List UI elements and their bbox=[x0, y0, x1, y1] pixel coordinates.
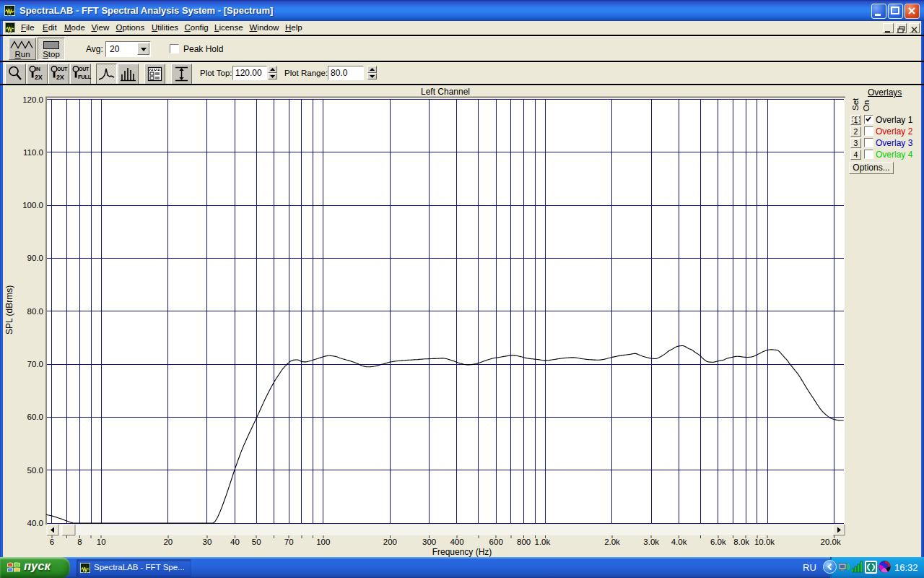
svg-text:6.0k: 6.0k bbox=[710, 538, 726, 546]
svg-text:120.0: 120.0 bbox=[22, 95, 43, 104]
svg-text:50: 50 bbox=[252, 538, 261, 546]
svg-text:70: 70 bbox=[284, 538, 294, 546]
svg-text:3.0k: 3.0k bbox=[643, 538, 659, 546]
svg-text:8: 8 bbox=[77, 538, 82, 546]
svg-text:50.0: 50.0 bbox=[27, 466, 43, 475]
svg-text:300: 300 bbox=[422, 538, 436, 546]
svg-text:80.0: 80.0 bbox=[27, 307, 43, 316]
svg-text:Left Channel: Left Channel bbox=[421, 87, 470, 97]
svg-text:40: 40 bbox=[230, 538, 240, 546]
svg-text:20: 20 bbox=[163, 538, 173, 546]
svg-text:90.0: 90.0 bbox=[27, 254, 43, 262]
svg-text:100.0: 100.0 bbox=[22, 201, 43, 210]
svg-text:4.0k: 4.0k bbox=[671, 538, 687, 546]
svg-text:10: 10 bbox=[97, 538, 106, 546]
svg-text:10.0k: 10.0k bbox=[754, 538, 775, 546]
svg-text:70.0: 70.0 bbox=[27, 360, 43, 368]
svg-text:On: On bbox=[862, 100, 871, 111]
svg-text:SPL (dBrms): SPL (dBrms) bbox=[4, 285, 14, 335]
svg-text:200: 200 bbox=[383, 538, 397, 546]
svg-text:20.0k: 20.0k bbox=[821, 538, 841, 546]
svg-text:30: 30 bbox=[203, 538, 212, 546]
svg-text:Frequency (Hz): Frequency (Hz) bbox=[432, 547, 492, 557]
svg-text:400: 400 bbox=[450, 538, 463, 546]
svg-text:40.0: 40.0 bbox=[27, 519, 43, 527]
svg-text:60.0: 60.0 bbox=[27, 413, 43, 421]
svg-text:6: 6 bbox=[50, 538, 54, 546]
svg-text:Set: Set bbox=[851, 98, 860, 111]
svg-text:8.0k: 8.0k bbox=[733, 538, 749, 546]
svg-text:1.0k: 1.0k bbox=[535, 538, 551, 546]
svg-text:110.0: 110.0 bbox=[23, 148, 43, 157]
svg-text:100: 100 bbox=[316, 538, 330, 546]
svg-text:600: 600 bbox=[489, 538, 503, 546]
svg-text:800: 800 bbox=[517, 538, 531, 546]
svg-text:2.0k: 2.0k bbox=[604, 538, 620, 546]
